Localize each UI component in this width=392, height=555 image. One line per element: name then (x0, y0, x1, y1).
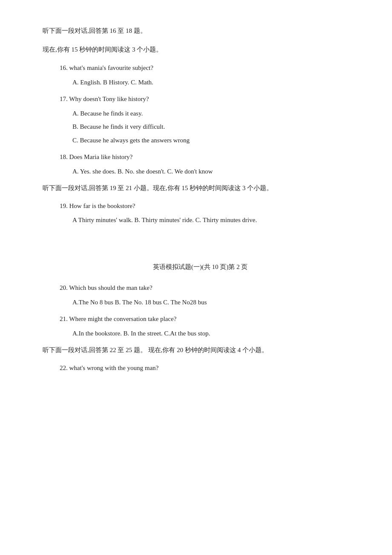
page-label-text: 英语模拟试题(一)(共 10 页)第 2 页 (153, 263, 248, 270)
q18-text: 18. Does Maria like history? (60, 152, 358, 163)
section3-instruction: 听下面一段对话,回答第 22 至 25 题。 现在,你有 20 秒钟的时间阅读这… (43, 345, 358, 356)
q22-text: 22. what's wrong with the young man? (60, 363, 358, 374)
q18-options: A. Yes. she does. B. No. she doesn't. C.… (72, 166, 358, 177)
q20-question: Which bus should the man take? (69, 284, 152, 291)
question-16: 16. what's mania's favourite subject? A.… (60, 63, 358, 88)
question-19: 19. How far is the bookstore? A Thirty m… (60, 201, 358, 226)
q17-option-a-text: A. Because he finds it easy. (72, 110, 143, 117)
q22-number: 22. (60, 364, 68, 371)
q16-question: what's mania's favourite subject? (69, 64, 153, 71)
q21-options: A.In the bookstore. B. In the street. C.… (72, 328, 358, 339)
q16-options: A. English. B History. C. Math. (72, 77, 358, 88)
q17-text: 17. Why doesn't Tony like history? (60, 94, 358, 105)
section2-instruction: 听下面一段对话,回答第 19 至 21 小题。现在,你有 15 秒钟的时间阅读这… (43, 183, 358, 194)
section1-time: 现在,你有 15 秒钟的时间阅读这 3 个小题。 (43, 44, 358, 55)
q17-option-b-text: B. Because he finds it very difficult. (72, 123, 165, 130)
q19-number: 19. (60, 202, 68, 209)
q22-question: what's wrong with the young man? (69, 364, 159, 371)
q21-number: 21. (60, 315, 68, 322)
q16-number: 16. (60, 64, 68, 71)
q17-number: 17. (60, 95, 68, 102)
q21-question: Where might the conversation take place? (69, 315, 176, 322)
q20-options: A.The No 8 bus B. The No. 18 bus C. The … (72, 297, 358, 308)
section2-text: 听下面一段对话,回答第 19 至 21 小题。现在,你有 15 秒钟的时间阅读这… (43, 185, 273, 191)
q20-number: 20. (60, 284, 68, 291)
q20-text: 20. Which bus should the man take? (60, 283, 358, 294)
question-20: 20. Which bus should the man take? A.The… (60, 283, 358, 308)
q19-text: 19. How far is the bookstore? (60, 201, 358, 212)
question-22: 22. what's wrong with the young man? (60, 363, 358, 374)
q19-options: A Thirty minutes' walk. B. Thirty minute… (72, 215, 358, 226)
q17-question: Why doesn't Tony like history? (69, 95, 149, 102)
q17-option-c: C. Because he always gets the answers wr… (72, 135, 358, 146)
q18-options-text: A. Yes. she does. B. No. she doesn't. C.… (72, 168, 213, 175)
question-21: 21. Where might the conversation take pl… (60, 314, 358, 339)
section1-instruction: 听下面一段对话,回答第 16 至 18 题。 (43, 26, 358, 37)
q21-options-text: A.In the bookstore. B. In the street. C.… (72, 330, 210, 337)
section1-text: 听下面一段对话,回答第 16 至 18 题。 (43, 27, 147, 34)
q17-option-a: A. Because he finds it easy. (72, 108, 358, 119)
q16-options-text: A. English. B History. C. Math. (72, 79, 153, 86)
q18-number: 18. (60, 153, 68, 160)
question-17: 17. Why doesn't Tony like history? A. Be… (60, 94, 358, 146)
q19-options-text: A Thirty minutes' walk. B. Thirty minute… (72, 217, 257, 223)
q21-text: 21. Where might the conversation take pl… (60, 314, 358, 325)
q17-option-b: B. Because he finds it very difficult. (72, 121, 358, 133)
q17-option-c-text: C. Because he always gets the answers wr… (72, 137, 190, 144)
q19-question: How far is the bookstore? (69, 202, 135, 209)
section3-text: 听下面一段对话,回答第 22 至 25 题。 现在,你有 20 秒钟的时间阅读这… (43, 347, 268, 353)
question-18: 18. Does Maria like history? A. Yes. she… (60, 152, 358, 177)
section1-time-text: 现在,你有 15 秒钟的时间阅读这 3 个小题。 (43, 46, 162, 53)
q18-question: Does Maria like history? (69, 153, 133, 160)
q20-options-text: A.The No 8 bus B. The No. 18 bus C. The … (72, 299, 207, 306)
page-label: 英语模拟试题(一)(共 10 页)第 2 页 (43, 262, 358, 273)
q16-text: 16. what's mania's favourite subject? (60, 63, 358, 74)
